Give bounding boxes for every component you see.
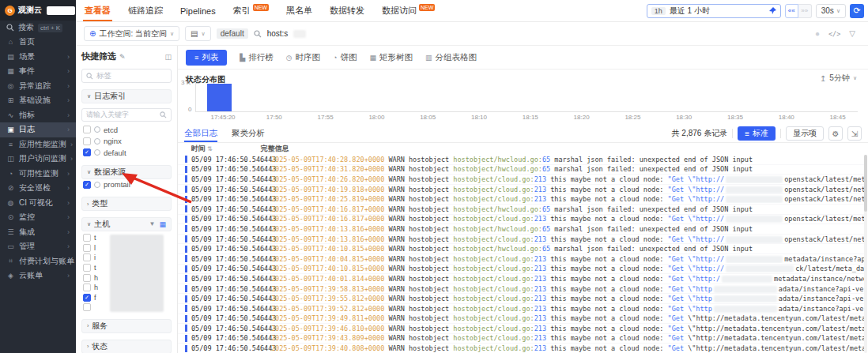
result-tab[interactable]: 全部日志 [184,125,217,142]
log-row[interactable]: 05/09 17:46:50.5464432025-05-09T17:40:16… [178,215,864,225]
log-row[interactable]: 05/09 17:46:50.5464432025-05-09T17:39:40… [178,344,864,353]
section-log-index[interactable]: ∨ 日志索引 [81,89,172,103]
section-host[interactable]: ∨ 主机 ▼ ▦ [81,217,172,231]
result-tab[interactable]: 聚类分析 [232,125,265,142]
checkbox[interactable] [83,253,91,261]
sidebar-item-security[interactable]: ⊘安全巡检› [0,181,76,196]
standard-view-button[interactable]: ≡标准 [738,126,776,141]
log-row[interactable]: 05/09 17:46:50.5464432025-05-09T17:40:13… [178,224,864,235]
sidebar-item-logs[interactable]: ▣日志› [0,122,76,137]
column-header-message[interactable]: 完整信息 [261,144,289,154]
edit-icon[interactable]: ✎ [119,53,126,61]
log-row[interactable]: 05/09 17:46:50.5464432025-05-09T17:39:52… [178,304,864,314]
sidebar-item-scene[interactable]: ▤场景› [0,50,76,65]
view-tab[interactable]: ≡列表 [186,50,227,66]
view-tab[interactable]: ▙排行榜 [240,52,273,63]
log-row[interactable]: 05/09 17:46:50.5464432025-05-09T17:39:55… [178,294,864,304]
sidebar-item-management[interactable]: ▭管理› [0,239,76,254]
sidebar-item-monitor[interactable]: ⊙监控› [0,210,76,225]
section-状态[interactable]: ›状态 [81,340,172,353]
sidebar-item-cloud-bill[interactable]: ◈云账单› [0,269,76,284]
top-values-icon[interactable]: ▦ [159,220,166,228]
view-tab[interactable]: ◷时序图 [286,52,320,63]
time-range-picker[interactable]: 1h 最近 1 小时 [647,4,781,18]
checkbox[interactable] [83,126,91,133]
sidebar-item-infrastructure[interactable]: ⊞基础设施› [0,93,76,108]
log-row[interactable]: 05/09 17:46:50.5464432025-05-09T17:40:16… [178,205,864,215]
log-row[interactable]: 05/09 17:46:50.5464432025-05-09T17:40:26… [178,175,864,185]
checkbox[interactable] [83,264,91,272]
sidebar-item-apm[interactable]: ≡应用性能监测› [0,137,76,152]
gear-icon[interactable]: ⚙ [828,126,843,141]
log-index-option[interactable]: nginx [81,136,172,148]
log-row[interactable]: 05/09 17:46:50.5464432025-05-09T17:40:10… [178,244,864,254]
log-row[interactable]: 05/09 17:46:50.5464432025-05-09T17:40:28… [178,155,864,165]
search-query-input[interactable]: host:s [267,29,289,38]
log-index-option[interactable]: etcd [81,124,172,136]
display-columns-button[interactable]: 显示项 [786,126,824,141]
help-circle-icon[interactable]: ● [815,29,820,38]
sort-icon[interactable]: ⇅ [207,145,213,152]
filter-funnel-icon[interactable]: ▼ [149,220,156,228]
top-nav-tab[interactable]: 数据访问NEW [373,0,443,21]
checkbox[interactable] [83,244,91,252]
refresh-button[interactable]: ⟳ [850,4,864,18]
checkbox[interactable] [83,234,91,242]
view-tab[interactable]: ▦矩形树图 [369,52,413,63]
log-row[interactable]: 05/09 17:46:50.5464432025-05-09T17:39:49… [178,314,864,325]
log-row[interactable]: 05/09 17:46:50.5464432025-05-09T17:39:46… [178,324,864,334]
sidebar-item-synthetic[interactable]: ◔可用性监测› [0,167,76,182]
data-source-option[interactable]: ✓promtail [81,179,172,191]
step-back-button[interactable]: «« [785,4,798,18]
view-tab[interactable]: ◔饼图 [333,52,357,63]
log-index-option[interactable]: ✓default [81,147,172,159]
log-row[interactable]: 05/09 17:46:50.5464432025-05-09T17:40:10… [178,265,864,275]
index-tag[interactable]: default [217,28,248,39]
checkbox[interactable] [83,303,91,311]
sidebar-item-event[interactable]: ▦事件› [0,64,76,79]
section-type[interactable]: › 类型 [81,197,172,211]
checkbox[interactable] [83,284,91,291]
scrollbar-thumb[interactable] [864,155,867,212]
checkbox[interactable]: ✓ [83,181,91,189]
scrollbar[interactable] [864,155,867,353]
sidebar-item-error-tracking[interactable]: ◎异常追踪› [0,79,76,94]
checkbox[interactable] [83,137,91,145]
column-header-time[interactable]: 时间 ⇅ [191,144,213,154]
code-icon[interactable]: </> [828,30,840,38]
histogram-bar[interactable] [207,84,232,111]
log-row[interactable]: 05/09 17:46:50.5464432025-05-09T17:39:43… [178,334,864,344]
log-row[interactable]: 05/09 17:46:50.5464432025-05-09T17:40:01… [178,274,864,284]
log-index-search-input[interactable]: 请输入关键字 [81,108,172,122]
sidebar-item-home[interactable]: ⌂首页 [0,35,76,50]
top-nav-tab[interactable]: 数据转发 [321,0,373,21]
log-row[interactable]: 05/09 17:46:50.5464432025-05-09T17:39:58… [178,284,864,295]
log-row[interactable]: 05/09 17:46:50.5464432025-05-09T17:40:31… [178,165,864,175]
top-nav-tab[interactable]: 黑名单 [277,0,321,21]
filter-search-input[interactable]: 标签 [81,69,172,83]
section-data-source[interactable]: ∨ 数据来源 [81,165,172,179]
log-row[interactable]: 05/09 17:46:50.5464432025-05-09T17:40:19… [178,185,864,195]
sidebar-item-integration[interactable]: ☰集成› [0,225,76,240]
top-nav-tab[interactable]: 链路追踪 [119,0,172,21]
fullscreen-icon[interactable]: ⇲ [847,126,862,141]
checkbox[interactable]: ✓ [83,294,91,302]
auto-refresh-select[interactable]: 30s ∨ [816,4,846,18]
pin-icon[interactable] [768,7,776,15]
sidebar-item-metrics[interactable]: ∿指标› [0,108,76,123]
checkbox[interactable] [83,274,91,282]
top-nav-tab[interactable]: 索引NEW [225,0,277,21]
sidebar-search[interactable]: 搜索 ctrl + K [0,21,76,35]
step-forward-button[interactable]: »» [798,4,812,18]
export-icon[interactable]: ↥ [820,74,826,83]
section-服务[interactable]: ›服务 [81,319,172,333]
workspace-selector[interactable]: ⊕ 工作空间: 当前空间 ∨ [84,26,179,41]
chart-interval-select[interactable]: ↥ 5分钟 ∨ [820,73,857,84]
sidebar-item-ci[interactable]: ◍CI 可视化› [0,196,76,211]
checkbox[interactable]: ✓ [83,148,91,156]
log-row[interactable]: 05/09 17:46:50.5464432025-05-09T17:40:25… [178,194,864,205]
top-nav-tab[interactable]: 查看器 [76,0,119,21]
sidebar-item-billing[interactable]: ⌗付费计划与账单 [0,254,76,269]
log-row[interactable]: 05/09 17:46:50.5464432025-05-09T17:40:13… [178,235,864,245]
saved-views-selector[interactable]: ▤ ∨ [185,26,211,41]
